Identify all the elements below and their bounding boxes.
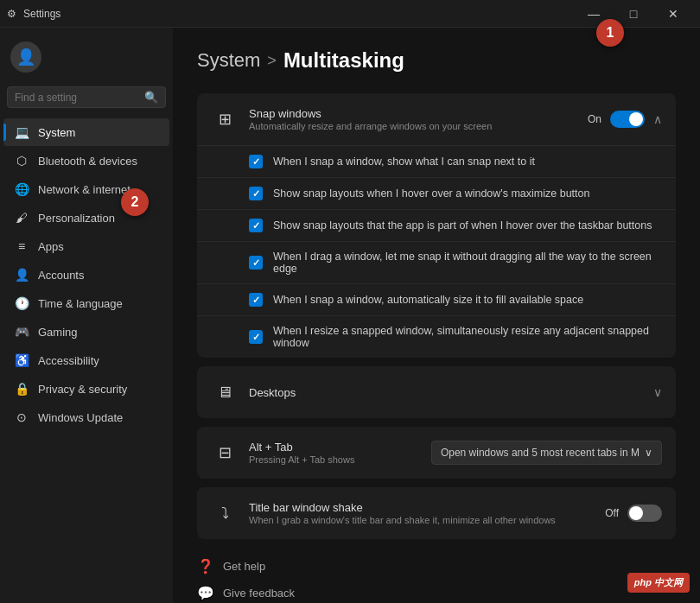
snap-toggle[interactable] <box>610 111 645 128</box>
bottom-links: ❓ Get help 💬 Give feedback <box>197 553 676 603</box>
checkbox-cb2[interactable]: ✓ <box>249 187 263 200</box>
settings-icon: ⚙ <box>7 8 16 20</box>
checkbox-label-cb3: Show snap layouts that the app is part o… <box>273 219 652 232</box>
annotation-badge-1: 1 <box>596 19 624 47</box>
php-watermark: php 中文网 <box>627 573 690 593</box>
accessibility-nav-label: Accessibility <box>38 354 99 367</box>
checkbox-cb6[interactable]: ✓ <box>249 330 263 344</box>
checkbox-check-cb3: ✓ <box>252 220 260 232</box>
privacy-nav-label: Privacy & security <box>38 383 127 396</box>
checkbox-check-cb4: ✓ <box>252 257 260 269</box>
checkbox-item-cb6: ✓ When I resize a snapped window, simult… <box>197 315 676 358</box>
privacy-nav-icon: 🔒 <box>14 381 29 397</box>
sidebar-item-bluetooth[interactable]: ⬡ Bluetooth & devices <box>3 147 169 175</box>
checkbox-check-cb2: ✓ <box>252 188 260 200</box>
sidebar-item-gaming[interactable]: 🎮 Gaming <box>3 318 169 346</box>
user-section: 👤 <box>0 35 173 86</box>
page-header: System > Multitasking <box>197 48 676 73</box>
search-icon: 🔍 <box>144 91 158 104</box>
annotation-badge-2: 2 <box>121 188 149 216</box>
shake-toggle-thumb <box>629 506 643 520</box>
nav-list: 💻 System ⬡ Bluetooth & devices 🌐 Network… <box>0 118 173 431</box>
snap-windows-right: On ∧ <box>588 111 662 128</box>
titlebar-shake-title: Title bar window shake <box>249 501 605 514</box>
sidebar-item-accounts[interactable]: 👤 Accounts <box>3 261 169 289</box>
apps-nav-label: Apps <box>38 240 64 253</box>
titlebar-shake-header[interactable]: ⤵ Title bar window shake When I grab a w… <box>197 487 676 539</box>
checkbox-label-cb6: When I resize a snapped window, simultan… <box>273 325 662 349</box>
help-icon: ❓ <box>197 558 214 574</box>
checkbox-check-cb1: ✓ <box>252 156 260 168</box>
desktops-chevron-icon: ∨ <box>653 385 662 399</box>
checkbox-check-cb6: ✓ <box>252 332 260 343</box>
snap-windows-header[interactable]: ⊞ Snap windows Automatically resize and … <box>197 93 676 145</box>
checkbox-item-cb2: ✓ Show snap layouts when I hover over a … <box>197 177 676 209</box>
snap-windows-section: ⊞ Snap windows Automatically resize and … <box>197 93 676 358</box>
breadcrumb-arrow: > <box>267 52 277 70</box>
snap-windows-title: Snap windows <box>249 107 588 120</box>
snap-chevron-icon: ∧ <box>653 112 662 126</box>
checkbox-label-cb5: When I snap a window, automatically size… <box>273 294 583 306</box>
shake-toggle[interactable] <box>627 505 662 522</box>
snap-toggle-thumb <box>629 112 643 126</box>
dropdown-chevron-icon: ∨ <box>645 447 652 459</box>
sidebar-item-accessibility[interactable]: ♿ Accessibility <box>3 346 169 374</box>
titlebar-shake-subtitle: When I grab a window's title bar and sha… <box>249 515 605 525</box>
breadcrumb-system: System <box>197 49 260 72</box>
main-content: System > Multitasking ⊞ Snap windows Aut… <box>173 28 700 603</box>
sidebar-item-update[interactable]: ⊙ Windows Update <box>3 403 169 431</box>
sidebar-item-privacy[interactable]: 🔒 Privacy & security <box>3 375 169 403</box>
checkbox-label-cb2: Show snap layouts when I hover over a wi… <box>273 187 589 200</box>
network-nav-icon: 🌐 <box>14 181 29 197</box>
avatar: 👤 <box>10 41 41 73</box>
apps-nav-icon: ≡ <box>14 238 29 254</box>
feedback-label: Give feedback <box>223 587 295 600</box>
accessibility-nav-icon: ♿ <box>14 352 29 368</box>
snap-windows-subtitle: Automatically resize and arrange windows… <box>249 121 588 131</box>
get-help-link[interactable]: ❓ Get help <box>197 553 676 580</box>
gaming-nav-label: Gaming <box>38 326 78 339</box>
title-bar: ⚙ Settings — □ ✕ <box>0 0 700 28</box>
checkbox-cb1[interactable]: ✓ <box>249 155 263 168</box>
titlebar-shake-text: Title bar window shake When I grab a win… <box>249 501 605 525</box>
alttab-dropdown-value: Open windows and 5 most recent tabs in M <box>441 447 640 459</box>
gaming-nav-icon: 🎮 <box>14 324 29 340</box>
alttab-text: Alt + Tab Pressing Alt + Tab shows <box>249 441 431 465</box>
feedback-icon: 💬 <box>197 585 214 601</box>
search-box[interactable]: 🔍 <box>7 86 166 108</box>
update-nav-icon: ⊙ <box>14 409 29 425</box>
checkbox-cb5[interactable]: ✓ <box>249 293 263 307</box>
alttab-icon: ⊟ <box>211 439 239 467</box>
desktops-text: Desktops <box>249 386 653 399</box>
alttab-subtitle: Pressing Alt + Tab shows <box>249 454 431 465</box>
close-button[interactable]: ✕ <box>653 0 693 28</box>
sidebar-item-system[interactable]: 💻 System <box>3 118 169 146</box>
checkbox-cb3[interactable]: ✓ <box>249 219 263 232</box>
desktops-section: 🖥 Desktops ∨ <box>197 366 676 418</box>
time-nav-label: Time & language <box>38 297 123 310</box>
checkbox-label-cb1: When I snap a window, show what I can sn… <box>273 156 535 168</box>
bluetooth-nav-icon: ⬡ <box>14 153 29 168</box>
system-nav-label: System <box>38 126 75 139</box>
update-nav-label: Windows Update <box>38 411 123 424</box>
sidebar-item-time[interactable]: 🕐 Time & language <box>3 289 169 317</box>
checkbox-item-cb4: ✓ When I drag a window, let me snap it w… <box>197 241 676 283</box>
desktops-header[interactable]: 🖥 Desktops ∨ <box>197 366 676 418</box>
help-label: Get help <box>223 560 265 573</box>
give-feedback-link[interactable]: 💬 Give feedback <box>197 580 676 603</box>
alttab-dropdown[interactable]: Open windows and 5 most recent tabs in M… <box>431 441 662 465</box>
checkbox-cb4[interactable]: ✓ <box>249 256 263 270</box>
accounts-nav-label: Accounts <box>38 269 84 282</box>
bluetooth-nav-label: Bluetooth & devices <box>38 155 137 168</box>
checkbox-check-cb5: ✓ <box>252 295 260 306</box>
sidebar-item-apps[interactable]: ≡ Apps <box>3 232 169 260</box>
search-input[interactable] <box>15 92 144 104</box>
snap-windows-icon: ⊞ <box>211 105 239 133</box>
desktops-title: Desktops <box>249 386 653 399</box>
desktops-icon: 🖥 <box>211 378 239 406</box>
network-nav-label: Network & internet <box>38 183 130 196</box>
title-bar-left: ⚙ Settings <box>7 8 60 20</box>
checkbox-item-cb3: ✓ Show snap layouts that the app is part… <box>197 209 676 241</box>
accounts-nav-icon: 👤 <box>14 267 29 282</box>
snap-toggle-label: On <box>588 113 601 125</box>
